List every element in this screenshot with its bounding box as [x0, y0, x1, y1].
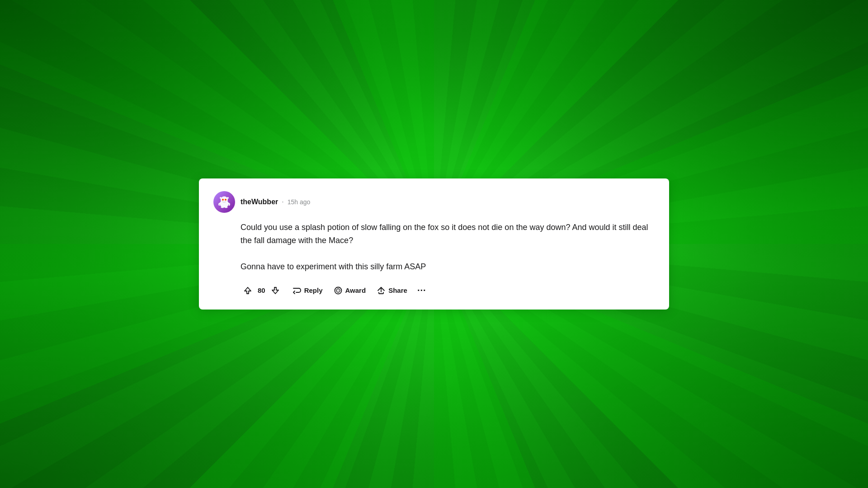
- svg-point-9: [225, 206, 228, 208]
- reply-button[interactable]: Reply: [288, 283, 327, 298]
- share-button[interactable]: Share: [372, 283, 412, 298]
- upvote-button[interactable]: [241, 283, 255, 298]
- avatar: [213, 191, 235, 213]
- vote-section: 80: [241, 283, 283, 298]
- share-label: Share: [388, 286, 407, 294]
- vote-count: 80: [258, 286, 265, 294]
- more-label: ···: [417, 285, 426, 296]
- comment-body: Could you use a splash potion of slow fa…: [241, 221, 655, 298]
- award-label: Award: [345, 286, 366, 294]
- comment-text-line2: Gonna have to experiment with this silly…: [241, 260, 655, 273]
- page-center: theWubber · 15h ago Could you use a spla…: [0, 0, 868, 488]
- username[interactable]: theWubber: [241, 198, 278, 206]
- svg-point-8: [221, 206, 224, 208]
- comment-text-line1: Could you use a splash potion of slow fa…: [241, 221, 655, 247]
- award-button[interactable]: Award: [329, 283, 371, 298]
- avatar-icon: [216, 194, 232, 210]
- more-button[interactable]: ···: [414, 282, 430, 299]
- svg-point-6: [222, 199, 224, 201]
- svg-point-7: [225, 199, 226, 201]
- award-icon: [334, 286, 343, 295]
- reply-label: Reply: [304, 286, 323, 294]
- downvote-icon: [271, 286, 280, 295]
- comment-text: Could you use a splash potion of slow fa…: [241, 221, 655, 273]
- meta-separator: ·: [282, 198, 283, 206]
- downvote-button[interactable]: [268, 283, 283, 298]
- share-icon: [377, 286, 386, 295]
- timestamp: 15h ago: [288, 198, 311, 206]
- comment-actions: 80 Reply: [241, 282, 655, 299]
- comment-header: theWubber · 15h ago: [213, 191, 655, 213]
- reply-icon: [292, 286, 302, 295]
- comment-card: theWubber · 15h ago Could you use a spla…: [199, 178, 669, 309]
- upvote-icon: [243, 286, 252, 295]
- comment-meta: theWubber · 15h ago: [241, 198, 310, 206]
